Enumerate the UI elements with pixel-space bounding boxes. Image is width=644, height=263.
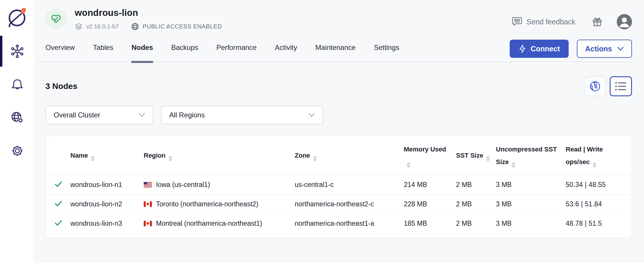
table-row[interactable]: wondrous-lion-n1 Iowa (us-central1) us-c…: [46, 175, 632, 194]
chevron-down-icon: [139, 113, 145, 117]
flag-us-icon: [144, 182, 152, 188]
column-header-sst-size[interactable]: SST Size: [456, 149, 496, 162]
table-row[interactable]: wondrous-lion-n2 Toronto (northamerica-n…: [46, 194, 632, 214]
node-name: wondrous-lion-n2: [70, 200, 144, 208]
table-header-row: Name Region Zone Memory Used SST Size Un…: [46, 136, 632, 175]
tab-maintenance[interactable]: Maintenance: [315, 39, 355, 62]
check-icon: [54, 180, 63, 188]
gear-icon: [10, 144, 24, 158]
node-name: wondrous-lion-n1: [70, 181, 144, 189]
region-filter-select[interactable]: All Regions: [161, 106, 323, 124]
node-sst-size: 2 MB: [456, 200, 496, 208]
flag-canada-icon: [144, 201, 152, 207]
chevron-down-icon: [309, 113, 315, 117]
tab-activity[interactable]: Activity: [275, 39, 297, 62]
version-label: v2.16.0.1-b7: [75, 23, 119, 31]
flag-canada-icon: [144, 221, 152, 226]
sort-icon: [313, 156, 317, 161]
node-zone: northamerica-northeast2-c: [295, 200, 404, 208]
heart-check-icon: [50, 13, 62, 25]
main-area: wondrous-lion v2.16.0.1-b7: [35, 0, 644, 263]
health-status-badge: [45, 8, 67, 29]
node-read-write: 50.34 | 48.55: [566, 181, 626, 189]
app-logo[interactable]: [0, 0, 35, 35]
sort-icon: [511, 162, 516, 168]
tab-nodes[interactable]: Nodes: [131, 39, 153, 62]
globe-gear-icon: [10, 111, 24, 125]
column-header-memory[interactable]: Memory Used: [404, 143, 456, 168]
sidebar-item-settings[interactable]: [0, 134, 35, 167]
node-uncompressed-sst: 3 MB: [496, 181, 566, 189]
tab-overview[interactable]: Overview: [45, 39, 75, 62]
sidebar: [0, 0, 35, 263]
sort-icon: [91, 156, 95, 161]
check-icon: [54, 199, 63, 208]
list-view-toggle[interactable]: [610, 76, 632, 96]
node-uncompressed-sst: 3 MB: [496, 220, 566, 227]
person-icon: [617, 14, 632, 29]
lightning-icon: [518, 44, 526, 53]
node-memory: 185 MB: [404, 220, 456, 227]
sidebar-nav: [0, 35, 35, 167]
user-avatar[interactable]: [617, 14, 632, 29]
public-access-badge: PUBLIC ACCESS ENABLED: [131, 23, 222, 31]
send-feedback-button[interactable]: Send feedback: [512, 17, 575, 27]
connect-button[interactable]: Connect: [510, 40, 569, 58]
sort-icon: [168, 156, 172, 161]
node-sst-size: 2 MB: [456, 181, 496, 189]
column-header-zone[interactable]: Zone: [295, 149, 404, 162]
node-region: Toronto (northamerica-northeast2): [144, 200, 295, 208]
bell-icon: [11, 78, 24, 91]
node-region: Montreal (northamerica-northeast1): [144, 220, 295, 227]
cluster-header: wondrous-lion v2.16.0.1-b7: [35, 0, 644, 31]
node-uncompressed-sst: 3 MB: [496, 200, 566, 208]
sidebar-item-clusters[interactable]: [0, 35, 35, 68]
tab-tables[interactable]: Tables: [93, 39, 113, 62]
cluster-filter-select[interactable]: Overall Cluster: [45, 106, 153, 124]
node-sst-size: 2 MB: [456, 220, 496, 227]
tab-divider: [37, 62, 633, 62]
node-region: Iowa (us-central1): [144, 181, 295, 189]
page-title: wondrous-lion: [75, 8, 222, 18]
node-status-healthy: [54, 218, 70, 229]
chevron-down-icon: [617, 47, 624, 51]
actions-button[interactable]: Actions: [577, 40, 632, 58]
check-icon: [54, 218, 63, 227]
node-read-write: 48.78 | 51.5: [566, 220, 626, 227]
layers-icon: [75, 23, 83, 31]
table-row[interactable]: wondrous-lion-n3 Montreal (northamerica-…: [46, 214, 632, 233]
feedback-bubble-icon: [512, 17, 522, 27]
planet-rocket-logo-icon: [6, 6, 28, 28]
node-memory: 214 MB: [404, 181, 456, 189]
sort-icon: [406, 162, 411, 168]
sort-icon: [486, 156, 490, 161]
globe-icon: [131, 23, 139, 31]
node-read-write: 53.6 | 51.84: [566, 200, 626, 208]
column-header-name[interactable]: Name: [70, 149, 144, 162]
cluster-hub-icon: [10, 44, 24, 58]
node-status-healthy: [54, 180, 70, 190]
tab-bar: Overview Tables Nodes Backups Performanc…: [35, 39, 644, 63]
column-header-uncompressed-sst[interactable]: Uncompressed SST Size: [496, 143, 566, 168]
node-status-healthy: [54, 199, 70, 210]
gift-button[interactable]: [592, 16, 603, 27]
nodes-section: 3 Nodes: [35, 63, 644, 238]
column-header-read-write[interactable]: Read | Write ops/sec: [566, 143, 626, 168]
sidebar-item-network[interactable]: [0, 101, 35, 134]
column-header-region[interactable]: Region: [144, 149, 295, 162]
map-view-toggle[interactable]: [584, 76, 606, 96]
node-zone: northamerica-northeast1-a: [295, 220, 404, 227]
list-icon: [615, 81, 627, 92]
map-globe-icon: [589, 80, 601, 92]
tab-settings[interactable]: Settings: [374, 39, 399, 62]
send-feedback-label: Send feedback: [526, 18, 575, 26]
tab-performance[interactable]: Performance: [216, 39, 257, 62]
gift-icon: [592, 16, 603, 27]
sort-icon: [592, 162, 596, 168]
node-name: wondrous-lion-n3: [70, 220, 144, 227]
sidebar-item-alerts[interactable]: [0, 68, 35, 101]
nodes-table: Name Region Zone Memory Used SST Size Un…: [45, 136, 632, 238]
node-zone: us-central1-c: [295, 181, 404, 189]
tab-backups[interactable]: Backups: [171, 39, 198, 62]
node-memory: 228 MB: [404, 200, 456, 208]
